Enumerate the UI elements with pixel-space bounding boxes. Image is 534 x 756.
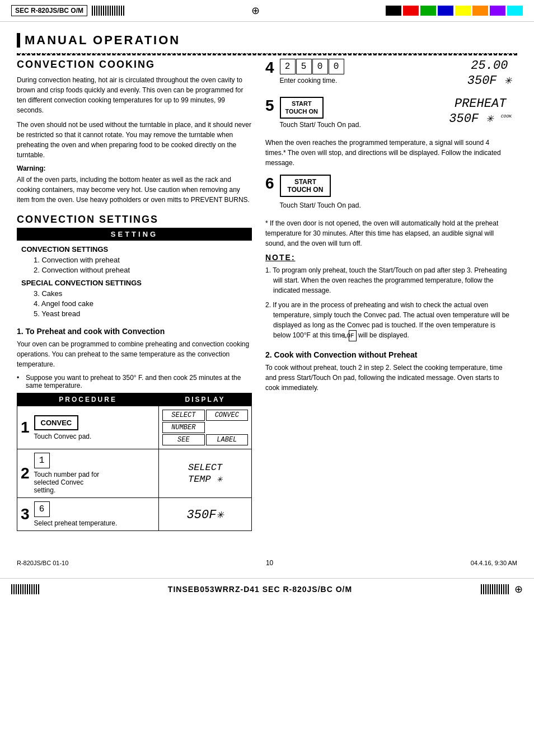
warning-heading: Warning: — [17, 165, 252, 172]
setting-item-3: 3. Cakes — [34, 289, 252, 298]
step-number-1: 1 — [21, 419, 30, 436]
page-header: SEC R-820JS/BC O/M ⊕ — [0, 0, 534, 22]
step5-left: START TOUCH ON Touch Start/ Touch On pad… — [280, 97, 361, 129]
sub1-para: Your oven can be programmed to combine p… — [17, 339, 252, 369]
header-title: SEC R-820JS/BC O/M — [11, 5, 87, 16]
step1-content: CONVEC Touch Convec pad. — [34, 415, 92, 440]
step2-proc: 2 1 Touch number pad for selected Convec… — [17, 449, 159, 498]
step4-box3: 0 — [312, 59, 328, 74]
setting-item-2: 2. Convection without preheat — [34, 266, 252, 274]
color-purple — [490, 6, 505, 16]
step3-cell: 3 6 Select preheat temperature. — [21, 501, 155, 527]
page-footer: R-820JS/BC 01-10 10 04.4.16, 9:30 AM — [0, 553, 534, 572]
bottom-barcode-right — [481, 584, 509, 594]
step1-d1: SELECT — [162, 410, 204, 421]
cooking-para2: The oven should not be used without the … — [17, 120, 252, 160]
setting-bar: SETTING — [17, 228, 252, 241]
left-column: CONVECTION COOKING During convection hea… — [17, 59, 252, 531]
color-blocks — [386, 6, 523, 16]
step5-row: 5 START TOUCH ON Touch Start/ Touch On p… — [265, 97, 512, 129]
step4-content: 2 5 0 0 Enter cooking time. 25.00 350F — [280, 59, 512, 88]
step2-label: Touch number pad for selected Convec set… — [34, 471, 100, 494]
step6-label: Touch Start/ Touch On pad. — [280, 201, 512, 209]
step4-left: 2 5 0 0 Enter cooking time. — [280, 59, 344, 84]
table-row: 2 1 Touch number pad for selected Convec… — [17, 449, 252, 498]
suppose-bullet: • Suppose you want to preheat to 350° F.… — [17, 374, 252, 389]
step4-label: Enter cooking time. — [280, 77, 344, 84]
step1-display: SELECT CONVEC NUMBER SEE LABEL — [159, 406, 252, 449]
suppose-text: Suppose you want to preheat to 350° F. a… — [26, 374, 252, 389]
setting-item-4: 4. Angel food cake — [34, 299, 252, 308]
step5-inner: START TOUCH ON Touch Start/ Touch On pad… — [280, 97, 512, 129]
step3-lcd: 350F✳ — [162, 507, 248, 522]
step1-d4-row: SEE LABEL — [162, 434, 248, 445]
bottom-left — [11, 584, 39, 594]
warning-text: All of the oven parts, including the bot… — [17, 175, 252, 205]
step2-lcd2: TEMP ✳ — [162, 473, 248, 485]
step2-display: SELECT TEMP ✳ — [159, 449, 252, 498]
step2-cell: 2 1 Touch number pad for selected Convec… — [21, 453, 155, 494]
display-col-header: DISPLAY — [159, 393, 252, 406]
step2-lcd1: SELECT — [162, 462, 248, 473]
footer-left: R-820JS/BC 01-10 — [17, 560, 68, 566]
step1-d5: LABEL — [206, 434, 248, 445]
step-number-6: 6 — [265, 175, 274, 192]
section2-text: To cook without preheat, touch 2 in step… — [265, 363, 512, 393]
bottom-right: ⊕ — [481, 583, 523, 595]
color-orange — [472, 6, 488, 16]
reach-text: When the oven reaches the programmed tem… — [265, 138, 512, 168]
procedure-col-header: PROCEDURE — [17, 393, 159, 406]
step6-content: START TOUCH ON Touch Start/ Touch On pad… — [280, 175, 512, 209]
step3-numbox: 6 — [34, 501, 50, 517]
special-settings-label: SPECIAL CONVECTION SETTINGS — [21, 279, 252, 287]
right-column: 4 2 5 0 0 Enter cooking time. — [265, 59, 512, 531]
start-touch-on-button-5: START TOUCH ON — [280, 97, 324, 119]
note-heading: NOTE: — [265, 253, 512, 262]
color-red — [403, 6, 419, 16]
step4-box4: 0 — [329, 59, 344, 74]
step1-d4: SEE — [162, 434, 204, 445]
page-number: 10 — [68, 559, 471, 567]
color-green — [420, 6, 436, 16]
color-blue — [438, 6, 453, 16]
setting-item-5: 5. Yeast bread — [34, 309, 252, 318]
step4-lcd1: 25.00 — [467, 59, 512, 73]
step1-d3: NUMBER — [162, 422, 204, 433]
step1-d2: CONVEC — [206, 410, 248, 421]
section2-heading: 2. Cook with Convection without Preheat — [265, 350, 512, 359]
section-divider — [17, 53, 517, 55]
step5-label: Touch Start/ Touch On pad. — [280, 121, 361, 129]
barcode — [92, 6, 125, 16]
step6-row: 6 START TOUCH ON Touch Start/ Touch On p… — [265, 175, 512, 209]
step3-content: 6 Select preheat temperature. — [34, 501, 118, 527]
table-row: 1 CONVEC Touch Convec pad. SELECT CONVEC — [17, 406, 252, 449]
note-item-2: 2. If you are in the process of preheati… — [265, 300, 512, 342]
start-touch-on-button-6: START TOUCH ON — [280, 175, 331, 197]
color-black — [386, 6, 401, 16]
color-yellow — [455, 6, 471, 16]
note-list: 1. To program only preheat, touch the St… — [265, 265, 512, 342]
step4-row: 4 2 5 0 0 Enter cooking time. — [265, 59, 512, 88]
cooking-para1: During convection heating, hot air is ci… — [17, 75, 252, 115]
step3-display: 350F✳ — [159, 498, 252, 531]
step5-content: START TOUCH ON Touch Start/ Touch On pad… — [280, 97, 512, 129]
note-item-1: 1. To program only preheat, touch the St… — [265, 265, 512, 295]
procedure-table: PROCEDURE DISPLAY 1 CONVEC Touch Convec — [17, 393, 252, 531]
step4-display: 25.00 350F ✳ — [467, 59, 512, 88]
step5-lcd2: 350F ✳ COOK — [449, 111, 512, 126]
setting-item-1: 1. Convection with preheat — [34, 256, 252, 264]
bottom-barcode-left — [11, 584, 39, 594]
step1-display-grid: SELECT CONVEC NUMBER SEE LABEL — [162, 410, 248, 445]
step1-proc: 1 CONVEC Touch Convec pad. — [17, 406, 159, 449]
step4-box1: 2 — [280, 59, 296, 74]
step1-cell: 1 CONVEC Touch Convec pad. — [21, 415, 155, 440]
step4-lcd2: 350F ✳ — [467, 73, 512, 88]
step5-display: PREHEAT 350F ✳ COOK — [449, 97, 512, 126]
step5-lcd1: PREHEAT — [449, 97, 512, 111]
asterisk-text: * If the oven door is not opened, the ov… — [265, 218, 512, 248]
step3-display-content: 350F✳ — [162, 507, 248, 522]
cooking-heading: CONVECTION COOKING — [17, 59, 252, 71]
section-title: MANUAL OPERATION — [17, 33, 517, 48]
color-cyan — [507, 6, 523, 16]
step-number-4: 4 — [265, 59, 274, 77]
